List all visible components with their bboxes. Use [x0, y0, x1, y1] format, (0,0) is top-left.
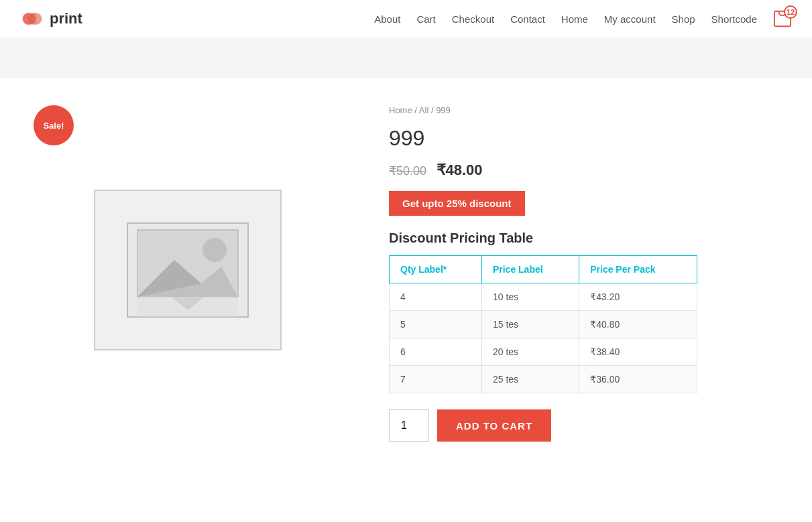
nav-checkout[interactable]: Checkout: [452, 13, 494, 25]
main-content: Sale! Home / All / 999 999: [0, 78, 812, 462]
nav-contact[interactable]: Contact: [510, 13, 545, 25]
breadcrumb-all[interactable]: All: [419, 105, 428, 115]
nav-shop[interactable]: Shop: [672, 13, 695, 25]
placeholder-svg: [121, 216, 255, 324]
cell-price_label-1: 15 tes: [481, 311, 579, 338]
product-image-placeholder: [94, 190, 282, 350]
logo-icon: [20, 7, 44, 31]
nav-shortcode[interactable]: Shortcode: [711, 13, 757, 25]
breadcrumb-home[interactable]: Home: [389, 105, 412, 115]
product-title: 999: [389, 126, 785, 151]
cell-price_label-0: 10 tes: [481, 283, 579, 311]
breadcrumb-product: 999: [436, 105, 451, 115]
cell-qty-0: 4: [390, 283, 482, 311]
cart-icon-button[interactable]: 12: [773, 9, 792, 28]
cell-price_per_pack-3: ₹36.00: [579, 366, 697, 393]
add-to-cart-button[interactable]: ADD TO CART: [437, 409, 551, 442]
logo-text: print: [50, 10, 82, 27]
logo[interactable]: print: [20, 7, 82, 31]
cell-qty-1: 5: [390, 311, 482, 338]
sale-badge: Sale!: [34, 105, 74, 145]
quantity-input[interactable]: [389, 409, 429, 442]
cell-price_per_pack-1: ₹40.80: [579, 311, 697, 338]
price-area: ₹50.00 ₹48.00: [389, 161, 785, 179]
table-row: 620 tes₹38.40: [390, 338, 697, 366]
svg-point-6: [202, 238, 227, 262]
original-price: ₹50.00: [389, 164, 426, 178]
breadcrumb: Home / All / 999: [389, 105, 785, 115]
cell-price_label-2: 20 tes: [481, 338, 579, 366]
svg-point-2: [28, 13, 37, 25]
col-price-label: Price Label: [481, 256, 579, 283]
add-to-cart-area: ADD TO CART: [389, 409, 785, 442]
cell-price_label-3: 25 tes: [481, 366, 579, 393]
header: print About Cart Checkout Contact Home M…: [0, 0, 812, 38]
main-nav: About Cart Checkout Contact Home My acco…: [374, 9, 792, 28]
sale-price: ₹48.00: [437, 161, 483, 178]
cart-count-badge: 12: [784, 5, 797, 19]
nav-home[interactable]: Home: [561, 13, 588, 25]
table-row: 515 tes₹40.80: [390, 311, 697, 338]
cell-qty-3: 7: [390, 366, 482, 393]
nav-about[interactable]: About: [374, 13, 400, 25]
pricing-table-title: Discount Pricing Table: [389, 231, 785, 246]
table-row: 410 tes₹43.20: [390, 283, 697, 311]
nav-myaccount[interactable]: My account: [604, 13, 656, 25]
cell-qty-2: 6: [390, 338, 482, 366]
product-image-area: Sale!: [27, 99, 349, 442]
cell-price_per_pack-2: ₹38.40: [579, 338, 697, 366]
pricing-table: Qty Label* Price Label Price Per Pack 41…: [389, 255, 697, 393]
gray-bar: [0, 38, 812, 78]
discount-button[interactable]: Get upto 25% discount: [389, 191, 525, 216]
table-row: 725 tes₹36.00: [390, 366, 697, 393]
col-qty-label: Qty Label*: [390, 256, 482, 283]
cell-price_per_pack-0: ₹43.20: [579, 283, 697, 311]
product-info: Home / All / 999 999 ₹50.00 ₹48.00 Get u…: [389, 99, 785, 442]
col-price-per-pack: Price Per Pack: [579, 256, 697, 283]
nav-cart[interactable]: Cart: [416, 13, 435, 25]
